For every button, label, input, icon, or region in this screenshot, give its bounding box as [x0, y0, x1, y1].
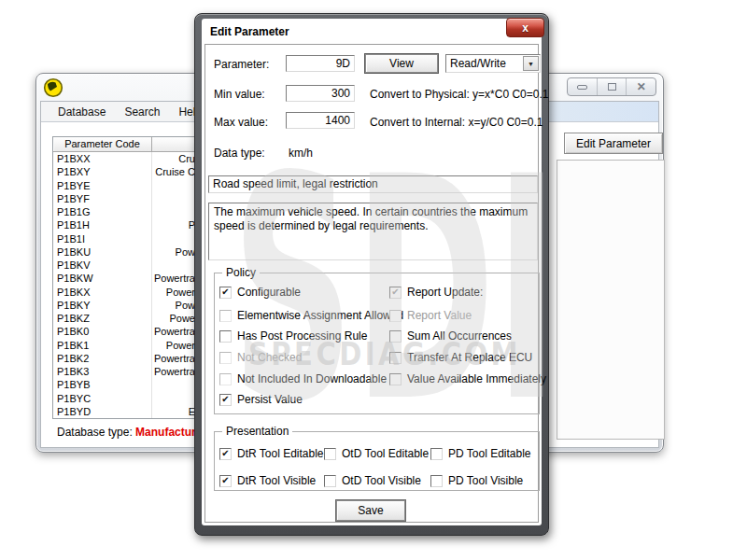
checkbox-sum-all-occurrences[interactable]: Sum All Occurrences: [389, 329, 512, 343]
parameter-code-cell[interactable]: P1BK2: [53, 352, 152, 365]
parameter-code-cell[interactable]: P1BKX: [53, 286, 152, 299]
checkbox-not-included-in-downloadable[interactable]: Not Included In Downloadable: [219, 372, 387, 385]
checkbox-label: Value Available Immediately: [407, 372, 546, 385]
checkbox-report-value[interactable]: Report Value: [389, 309, 472, 322]
unchecked-checkbox-icon[interactable]: [430, 448, 443, 460]
parameter-name-input[interactable]: Road speed limit, legal restriction: [208, 175, 538, 193]
close-icon: ✕: [637, 81, 646, 92]
unchecked-checkbox-icon[interactable]: [324, 448, 336, 460]
parameter-code-cell[interactable]: P1B1I: [53, 232, 152, 245]
parameter-text-fragment: Powertra: [152, 365, 195, 378]
checked-checkbox-icon[interactable]: ✔: [389, 287, 402, 299]
close-button[interactable]: ✕: [627, 78, 655, 95]
checkbox-label: Not Checked: [237, 351, 302, 364]
parameter-label: Parameter:: [214, 58, 269, 71]
checked-checkbox-icon[interactable]: ✔: [219, 394, 232, 406]
checkbox-transfer-at-replace-ecu[interactable]: Transfer At Replace ECU: [389, 351, 532, 364]
checked-checkbox-icon[interactable]: ✔: [219, 448, 232, 460]
data-type-value: km/h: [289, 147, 313, 160]
checkbox-label: Not Included In Downloadable: [237, 372, 387, 385]
max-value-input[interactable]: 1400: [286, 112, 355, 129]
access-dropdown-value: Read/Write: [450, 57, 506, 70]
parameter-code-cell[interactable]: P1BXY: [53, 165, 152, 178]
checked-checkbox-icon[interactable]: ✔: [219, 287, 232, 299]
parameter-code-cell[interactable]: P1BYF: [53, 192, 152, 205]
parameter-code-cell[interactable]: P1BKZ: [53, 312, 152, 325]
dropdown-arrow-button[interactable]: ▼: [523, 56, 539, 71]
database-type-status: Database type: Manufacture (: [57, 426, 209, 439]
checkbox-label: DtR Tool Editable: [237, 447, 324, 460]
checkbox-report-update[interactable]: ✔Report Update:: [389, 286, 483, 299]
parameter-code-cell[interactable]: P1BYD: [53, 405, 152, 418]
checkbox-persist-value[interactable]: ✔Persist Value: [219, 393, 303, 406]
maximize-button[interactable]: [598, 78, 627, 95]
parameter-code-cell[interactable]: P1BKY: [53, 299, 152, 312]
presentation-groupbox: Presentation ✔DtR Tool EditableOtD Tool …: [214, 431, 540, 491]
unchecked-checkbox-icon[interactable]: [219, 310, 232, 322]
parameter-code-cell[interactable]: P1BK1: [53, 339, 152, 352]
parameter-code-cell[interactable]: P1BKV: [53, 259, 152, 272]
unchecked-checkbox-icon[interactable]: [389, 352, 402, 364]
unchecked-checkbox-icon[interactable]: [324, 475, 336, 487]
checkbox-otd-tool-visible[interactable]: OtD Tool Visible: [324, 474, 421, 487]
view-button[interactable]: View: [365, 54, 438, 73]
parameter-text-fragment: Power: [152, 286, 195, 299]
parameter-code-cell[interactable]: P1BKW: [53, 272, 152, 285]
parameter-text-fragment: Cru: [152, 152, 195, 165]
unchecked-checkbox-icon[interactable]: [389, 330, 402, 343]
dialog-close-icon: x: [522, 21, 529, 35]
min-value-label: Min value:: [214, 88, 265, 101]
edit-parameter-dialog: x Edit Parameter Parameter: 9D View Read…: [194, 13, 549, 536]
checked-checkbox-icon[interactable]: ✔: [219, 475, 232, 487]
unchecked-checkbox-icon[interactable]: [219, 352, 232, 364]
checkbox-not-checked[interactable]: Not Checked: [219, 351, 302, 364]
checkbox-label: Report Value: [407, 309, 472, 322]
parameter-code-cell[interactable]: P1BYB: [53, 378, 152, 391]
checkbox-label: PD Tool Visible: [448, 474, 523, 487]
save-button[interactable]: Save: [336, 500, 405, 521]
app-logo-icon: [43, 77, 63, 98]
parameter-code-cell[interactable]: P1B1G: [53, 205, 152, 218]
access-dropdown[interactable]: Read/Write ▼: [445, 54, 541, 73]
dialog-content-panel: Parameter: 9D View Read/Write ▼ Min valu…: [204, 44, 539, 523]
checkbox-pd-tool-editable[interactable]: PD Tool Editable: [430, 447, 531, 460]
checkbox-dtr-tool-visible[interactable]: ✔DtR Tool Visible: [219, 474, 316, 487]
dialog-title: Edit Parameter: [210, 25, 289, 38]
parameter-input[interactable]: 9D: [286, 55, 355, 72]
dialog-close-button[interactable]: x: [506, 18, 544, 37]
parameter-code-cell[interactable]: P1BK3: [53, 365, 152, 378]
parameter-code-cell[interactable]: P1BK0: [53, 325, 152, 338]
min-value-input[interactable]: 300: [286, 85, 355, 102]
policy-groupbox: Policy ✔ConfigurableElementwise Assignme…: [214, 273, 540, 414]
column-header-parameter-code[interactable]: Parameter Code: [53, 137, 152, 151]
menu-item-database[interactable]: Database: [49, 104, 115, 120]
minimize-button[interactable]: [568, 78, 598, 95]
checkbox-elementwise-assignment-allowed[interactable]: Elementwise Assignment Allowed: [219, 309, 403, 322]
parameter-code-cell[interactable]: P1BXX: [53, 152, 152, 165]
unchecked-checkbox-icon[interactable]: [219, 330, 232, 343]
unchecked-checkbox-icon[interactable]: [430, 475, 443, 487]
checkbox-label: Persist Value: [237, 393, 303, 406]
parameter-text-fragment: Powe: [152, 312, 195, 325]
checkbox-otd-tool-editable[interactable]: OtD Tool Editable: [324, 447, 429, 460]
checkbox-value-available-immediately[interactable]: Value Available Immediately: [389, 372, 546, 385]
parameter-code-cell[interactable]: P1BYE: [53, 179, 152, 192]
checkbox-label: OtD Tool Visible: [342, 474, 421, 487]
convert-physical-text: Convert to Physical: y=x*C0 C0=0.1: [370, 88, 548, 101]
unchecked-checkbox-icon[interactable]: [219, 373, 232, 385]
checkbox-configurable[interactable]: ✔Configurable: [219, 286, 301, 299]
parameter-code-cell[interactable]: P1BYC: [53, 392, 152, 405]
unchecked-checkbox-icon[interactable]: [389, 373, 402, 385]
checkbox-dtr-tool-editable[interactable]: ✔DtR Tool Editable: [219, 447, 324, 460]
edit-parameter-button[interactable]: Edit Parameter: [564, 133, 663, 154]
checkbox-label: PD Tool Editable: [448, 447, 531, 460]
parameter-code-cell[interactable]: P1BKU: [53, 245, 152, 259]
checkbox-has-post-processing-rule[interactable]: Has Post Processing Rule: [219, 329, 367, 343]
unchecked-checkbox-icon[interactable]: [389, 310, 402, 322]
parameter-description-textarea[interactable]: The maximum vehicle speed. In certain co…: [208, 203, 538, 260]
menu-item-search[interactable]: Search: [115, 104, 169, 120]
caption-button-group: ✕: [567, 77, 656, 96]
parameter-code-cell[interactable]: P1B1H: [53, 218, 152, 231]
parameter-text-fragment: P: [152, 218, 195, 231]
checkbox-pd-tool-visible[interactable]: PD Tool Visible: [430, 474, 523, 487]
